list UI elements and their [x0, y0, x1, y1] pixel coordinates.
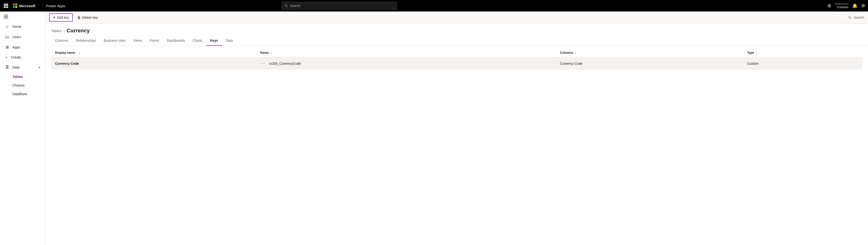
sidebar-item-data[interactable]: 🗄 Data ∧	[0, 62, 45, 73]
notifications-icon[interactable]: 🔔	[852, 3, 858, 8]
tab-forms[interactable]: Forms	[146, 36, 163, 46]
sidebar-item-learn-label: Learn	[12, 35, 21, 39]
sidebar-item-learn[interactable]: 📖 Learn	[0, 32, 45, 42]
environment-info[interactable]: Environment Contoso	[835, 3, 848, 9]
global-search-input[interactable]	[290, 4, 394, 8]
columns-sort-icon: ⌄	[574, 51, 576, 54]
svg-rect-12	[4, 16, 8, 17]
cell-type-value: Custom	[743, 57, 862, 70]
toolbar-search-label: Search	[854, 16, 864, 20]
col-type[interactable]: Type ⌄	[743, 48, 862, 57]
sidebar-item-create-label: Create	[11, 55, 21, 59]
col-display-name-label: Display name	[55, 51, 75, 54]
apps-icon: ⊞	[5, 45, 9, 49]
sidebar-item-apps[interactable]: ⊞ Apps	[0, 42, 45, 52]
breadcrumb-parent[interactable]: Tables	[51, 29, 62, 33]
table-row[interactable]: Currency Code ··· cr25d_CurrencyCode Cur…	[51, 57, 862, 70]
data-icon: 🗄	[5, 65, 9, 70]
plus-icon: +	[53, 15, 55, 20]
add-key-button[interactable]: + Add key	[49, 13, 73, 22]
sidebar-item-data-label: Data	[12, 65, 20, 69]
tab-forms-label: Forms	[150, 38, 159, 43]
name-sort-icon: ⌄	[270, 51, 272, 54]
tab-charts-label: Charts	[193, 38, 203, 43]
tab-keys[interactable]: Keys	[206, 36, 222, 46]
environment-name: Contoso	[837, 5, 848, 9]
sidebar-sub-item-choices[interactable]: Choices	[12, 81, 45, 90]
sidebar-sub-choices-label: Choices	[12, 83, 25, 87]
microsoft-wordmark: Microsoft	[19, 4, 35, 8]
settings-icon[interactable]: ⚙	[861, 3, 865, 8]
chevron-up-icon: ∧	[38, 66, 40, 69]
sidebar-sub-dataflows-label: Dataflows	[12, 92, 27, 96]
add-key-label: Add key	[57, 16, 69, 20]
svg-rect-5	[7, 5, 8, 6]
tab-relationships[interactable]: Relationships	[72, 36, 100, 46]
sidebar-sub-item-dataflows[interactable]: Dataflows	[12, 90, 45, 98]
microsoft-logo: Microsoft	[13, 4, 35, 8]
table-header-row: Display name ↑ ⌄ Name ⌄	[51, 48, 862, 57]
filter-icon: ⌄	[78, 51, 81, 54]
svg-rect-3	[4, 5, 5, 6]
tab-columns[interactable]: Columns	[51, 36, 72, 46]
tab-business-rules[interactable]: Business rules	[100, 36, 129, 46]
svg-rect-8	[7, 7, 8, 8]
svg-rect-7	[5, 7, 7, 8]
waffle-icon[interactable]	[3, 3, 9, 9]
main-layout: ⌂ Home 📖 Learn ⊞ Apps ＋ Create 🗄 Data ∧ …	[0, 11, 868, 245]
sidebar: ⌂ Home 📖 Learn ⊞ Apps ＋ Create 🗄 Data ∧ …	[0, 11, 45, 245]
trash-icon: 🗑	[77, 16, 81, 20]
search-icon	[848, 16, 852, 19]
tabs-row: Columns Relationships Business rules Vie…	[45, 36, 868, 46]
toolbar-search[interactable]: Search	[848, 16, 864, 20]
top-nav-right: ⊞ Environment Contoso 🔔 ⚙	[828, 3, 865, 9]
create-icon: ＋	[5, 55, 8, 59]
delete-key-label: Delete key	[82, 16, 98, 20]
keys-table: Display name ↑ ⌄ Name ⌄	[51, 48, 862, 70]
sidebar-sub-item-tables[interactable]: Tables	[12, 73, 45, 81]
tab-dashboards[interactable]: Dashboards	[163, 36, 189, 46]
search-icon	[284, 4, 288, 7]
sort-asc-icon: ↑	[76, 51, 78, 54]
environment-icon[interactable]: ⊞	[828, 3, 831, 8]
tab-data-label: Data	[226, 38, 233, 43]
svg-rect-13	[4, 18, 8, 18]
sidebar-sub-tables-label: Tables	[12, 75, 23, 79]
col-type-label: Type	[747, 51, 754, 54]
svg-rect-4	[5, 5, 7, 6]
col-columns[interactable]: Columns ⌄	[556, 48, 743, 57]
home-icon: ⌂	[5, 24, 9, 29]
svg-line-10	[287, 6, 288, 7]
more-actions-button[interactable]: ···	[260, 61, 265, 66]
svg-rect-0	[4, 4, 5, 5]
data-sub-items: Tables Choices Dataflows	[0, 73, 45, 98]
sidebar-item-home[interactable]: ⌂ Home	[0, 22, 45, 32]
svg-rect-6	[4, 7, 5, 8]
svg-rect-2	[7, 4, 8, 5]
svg-line-15	[850, 18, 851, 19]
col-name[interactable]: Name ⌄	[256, 48, 556, 57]
cell-display-name: Currency Code	[51, 57, 256, 70]
sidebar-collapse-button[interactable]	[0, 11, 45, 22]
top-navigation: Microsoft Power Apps ⊞ Environment Conto…	[0, 0, 868, 11]
tab-keys-label: Keys	[210, 38, 218, 43]
sidebar-item-create[interactable]: ＋ Create	[0, 52, 45, 62]
sidebar-item-apps-label: Apps	[12, 45, 20, 49]
learn-icon: 📖	[5, 34, 9, 39]
tab-charts[interactable]: Charts	[189, 36, 206, 46]
breadcrumb-current: Currency	[66, 28, 90, 34]
col-display-name[interactable]: Display name ↑ ⌄	[51, 48, 256, 57]
tab-dashboards-label: Dashboards	[167, 38, 185, 43]
sidebar-item-home-label: Home	[12, 25, 21, 29]
tab-views-label: Views	[133, 38, 142, 43]
content-area: + Add key 🗑 Delete key Search Tables › C…	[45, 11, 868, 245]
delete-key-button[interactable]: 🗑 Delete key	[74, 14, 101, 21]
app-name: Power Apps	[42, 4, 65, 8]
tab-data[interactable]: Data	[222, 36, 237, 46]
svg-rect-11	[4, 15, 8, 15]
breadcrumb: Tables › Currency	[45, 24, 868, 34]
tab-relationships-label: Relationships	[76, 38, 96, 43]
environment-label: Environment	[835, 3, 848, 5]
global-search-bar[interactable]	[282, 2, 397, 9]
tab-views[interactable]: Views	[129, 36, 146, 46]
